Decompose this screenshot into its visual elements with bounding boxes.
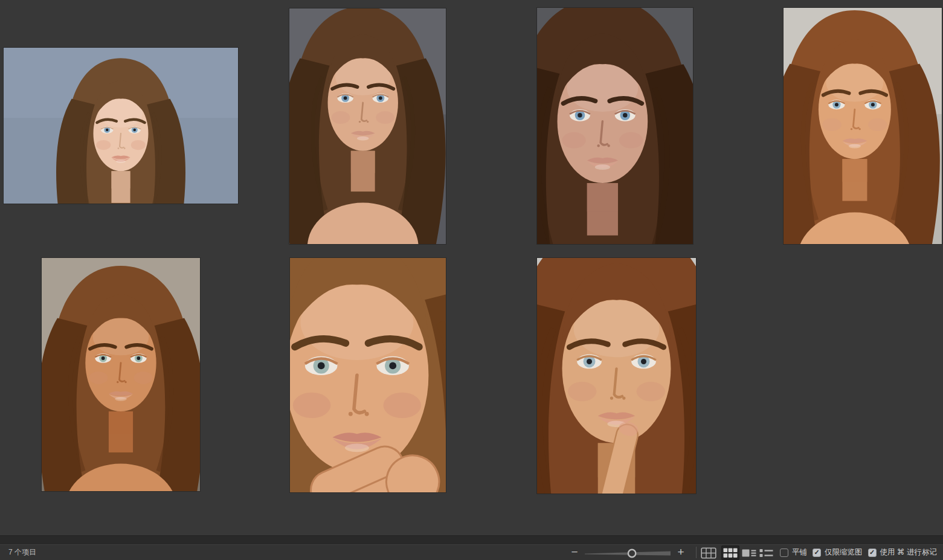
tile-checkbox-label: 平铺	[792, 547, 807, 558]
photo-thumbnail[interactable]	[784, 8, 942, 244]
thumbnails-only-checkbox-label: 仅限缩览图	[825, 547, 863, 558]
content-view-button[interactable]	[741, 546, 758, 560]
list-view-icon	[759, 549, 773, 558]
status-bar-divider	[696, 547, 697, 558]
grid-view-button[interactable]	[721, 546, 739, 560]
zoom-in-button[interactable]: +	[674, 545, 687, 560]
photo-thumbnail[interactable]	[42, 258, 200, 491]
tile-checkbox[interactable]: ✓	[780, 549, 788, 557]
view-options: ✓ 平铺 ✓ 仅限缩览图 ✓ 使用 ⌘ 进行标记	[780, 545, 937, 560]
checkbox-cmd-tagging[interactable]: ✓ 使用 ⌘ 进行标记	[868, 547, 937, 558]
horizontal-scrollbar-track	[0, 535, 943, 544]
photo-thumbnail[interactable]	[4, 48, 238, 204]
checkbox-thumbnails-only[interactable]: ✓ 仅限缩览图	[813, 547, 863, 558]
item-count-label: 7 个项目	[8, 545, 36, 560]
thumbnail-size-slider[interactable]	[582, 547, 673, 559]
photo-thumbnail[interactable]	[290, 258, 446, 492]
photo-thumbnail[interactable]	[537, 8, 693, 244]
slider-knob[interactable]	[628, 549, 636, 556]
thumbnail-grid	[0, 0, 943, 535]
table-grid-icon	[701, 547, 716, 559]
status-bar: 7 个项目 − +	[0, 544, 943, 560]
photo-thumbnail[interactable]	[537, 258, 696, 494]
cmd-tagging-checkbox[interactable]: ✓	[868, 549, 877, 557]
list-view-button[interactable]	[758, 546, 774, 560]
content-view-icon	[742, 549, 756, 558]
photo-thumbnail[interactable]	[289, 8, 446, 244]
thumbnail-zoom-control: − +	[568, 545, 687, 560]
thumbnails-only-checkbox[interactable]: ✓	[813, 549, 821, 557]
grid-view-icon	[723, 548, 738, 558]
checkbox-tile[interactable]: ✓ 平铺	[780, 547, 807, 558]
photo-browser-window: { "app": { "canvas_bg": "#383838", "scro…	[0, 0, 943, 560]
zoom-out-button[interactable]: −	[568, 545, 581, 560]
cmd-tagging-checkbox-label: 使用 ⌘ 进行标记	[880, 547, 937, 558]
tile-layout-button[interactable]	[700, 546, 718, 560]
